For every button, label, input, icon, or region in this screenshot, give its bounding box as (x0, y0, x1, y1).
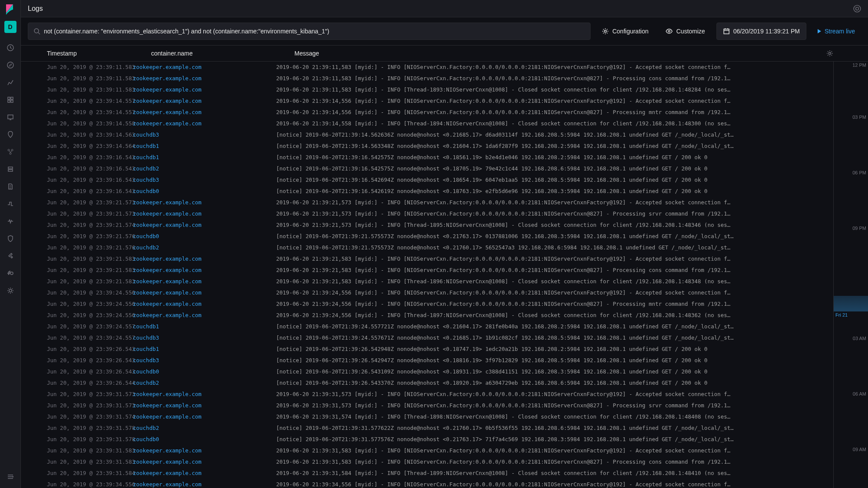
log-timestamp: Jun 20, 2019 @ 23:39:31.573 (29, 390, 133, 399)
columns-header: Timestamp container.name Message (21, 46, 868, 62)
space-selector[interactable]: D (4, 21, 17, 33)
visualize-icon[interactable] (4, 76, 17, 88)
customize-label: Customize (676, 28, 705, 35)
log-message: [notice] 2019-06-20T21:39:14.562636Z non… (276, 131, 825, 139)
log-row[interactable]: Jun 20, 2019 @ 23:39:26.543couchdb1[noti… (21, 344, 833, 355)
log-container: couchdb1 (133, 345, 276, 354)
search-input-wrap[interactable] (28, 23, 591, 40)
svg-point-16 (34, 29, 39, 33)
log-row[interactable]: Jun 20, 2019 @ 23:39:26.543couchdb3[noti… (21, 355, 833, 366)
log-container: zookeeper.example.com (133, 97, 276, 105)
minimap-tick: 06 PM (852, 170, 866, 175)
log-row[interactable]: Jun 20, 2019 @ 23:39:24.556zookeeper.exa… (21, 310, 833, 321)
log-container: zookeeper.example.com (133, 446, 276, 455)
log-row[interactable]: Jun 20, 2019 @ 23:39:21.574zookeeper.exa… (21, 219, 833, 231)
gear-icon (602, 28, 609, 35)
discover-icon[interactable] (4, 59, 17, 71)
log-row[interactable]: Jun 20, 2019 @ 23:39:31.584zookeeper.exa… (21, 468, 833, 479)
svg-point-9 (10, 153, 11, 154)
log-container: couchdb3 (133, 176, 276, 184)
log-row[interactable]: Jun 20, 2019 @ 23:39:24.557couchdb3[noti… (21, 332, 833, 344)
infrastructure-icon[interactable] (4, 163, 17, 175)
log-container: zookeeper.example.com (133, 413, 276, 421)
svg-point-17 (604, 30, 607, 33)
log-row[interactable]: Jun 20, 2019 @ 23:39:24.556zookeeper.exa… (21, 287, 833, 298)
log-row[interactable]: Jun 20, 2019 @ 23:39:21.583zookeeper.exa… (21, 276, 833, 287)
log-row[interactable]: Jun 20, 2019 @ 23:39:21.583zookeeper.exa… (21, 265, 833, 276)
apm-icon[interactable] (4, 198, 17, 210)
ml-icon[interactable] (4, 146, 17, 158)
stream-live-button[interactable]: Stream live (812, 23, 861, 40)
log-container: couchdb1 (133, 322, 276, 331)
search-icon (33, 28, 40, 35)
log-timestamp: Jun 20, 2019 @ 23:39:31.574 (29, 413, 133, 421)
svg-point-18 (668, 30, 670, 32)
log-row[interactable]: Jun 20, 2019 @ 23:39:31.578couchdb2[noti… (21, 422, 833, 434)
log-row[interactable]: Jun 20, 2019 @ 23:39:14.564couchdb1[noti… (21, 141, 833, 152)
log-row[interactable]: Jun 20, 2019 @ 23:39:16.543couchdb1[noti… (21, 152, 833, 163)
canvas-icon[interactable] (4, 111, 17, 123)
log-row[interactable]: Jun 20, 2019 @ 23:39:34.556zookeeper.exa… (21, 479, 833, 488)
log-container: zookeeper.example.com (133, 300, 276, 308)
log-row[interactable]: Jun 20, 2019 @ 23:39:11.583zookeeper.exa… (21, 73, 833, 84)
collapse-sidebar-icon[interactable] (4, 471, 17, 483)
kibana-logo-icon[interactable] (4, 3, 17, 16)
log-container: zookeeper.example.com (133, 277, 276, 286)
log-timestamp: Jun 20, 2019 @ 23:39:11.583 (29, 85, 133, 94)
news-icon[interactable] (853, 5, 861, 13)
log-row[interactable]: Jun 20, 2019 @ 23:39:11.583zookeeper.exa… (21, 84, 833, 95)
log-message: [notice] 2019-06-20T21:39:24.557671Z non… (276, 334, 825, 342)
date-picker-button[interactable]: 06/20/2019 11:39:21 PM (716, 23, 806, 40)
siem-icon[interactable] (4, 233, 17, 245)
recent-icon[interactable] (4, 42, 17, 54)
log-table[interactable]: Jun 20, 2019 @ 23:39:11.583zookeeper.exa… (21, 62, 833, 488)
log-row[interactable]: Jun 20, 2019 @ 23:39:16.543couchdb3[noti… (21, 174, 833, 186)
log-row[interactable]: Jun 20, 2019 @ 23:39:26.544couchdb2[noti… (21, 377, 833, 389)
log-row[interactable]: Jun 20, 2019 @ 23:39:11.583zookeeper.exa… (21, 62, 833, 73)
logs-icon[interactable] (4, 180, 17, 193)
log-row[interactable]: Jun 20, 2019 @ 23:39:14.563couchdb3[noti… (21, 129, 833, 141)
log-row[interactable]: Jun 20, 2019 @ 23:39:21.576couchdb2[noti… (21, 242, 833, 253)
play-icon (818, 29, 821, 33)
log-row[interactable]: Jun 20, 2019 @ 23:39:24.557couchdb1[noti… (21, 321, 833, 332)
log-container: couchdb2 (133, 379, 276, 387)
log-row[interactable]: Jun 20, 2019 @ 23:39:21.576couchdb0[noti… (21, 231, 833, 242)
log-timestamp: Jun 20, 2019 @ 23:39:24.557 (29, 334, 133, 342)
svg-rect-11 (8, 170, 13, 171)
log-row[interactable]: Jun 20, 2019 @ 23:39:21.573zookeeper.exa… (21, 208, 833, 219)
monitoring-icon[interactable] (4, 267, 17, 279)
log-container: zookeeper.example.com (133, 221, 276, 229)
log-row[interactable]: Jun 20, 2019 @ 23:39:21.573zookeeper.exa… (21, 197, 833, 208)
log-row[interactable]: Jun 20, 2019 @ 23:39:31.573zookeeper.exa… (21, 389, 833, 400)
log-row[interactable]: Jun 20, 2019 @ 23:39:14.558zookeeper.exa… (21, 118, 833, 129)
uptime-icon[interactable] (4, 215, 17, 227)
svg-point-12 (10, 272, 13, 275)
log-timestamp: Jun 20, 2019 @ 23:39:31.578 (29, 435, 133, 444)
customize-button[interactable]: Customize (660, 23, 711, 40)
columns-gear-icon[interactable] (826, 50, 833, 57)
log-row[interactable]: Jun 20, 2019 @ 23:39:14.557zookeeper.exa… (21, 107, 833, 118)
log-container: zookeeper.example.com (133, 390, 276, 399)
log-message: 2019-06-20 21:39:21,573 [myid:] - INFO [… (276, 198, 825, 207)
dev-tools-icon[interactable] (4, 250, 17, 262)
minimap[interactable]: Fri 21 12 PM03 PM06 PM09 PM03 AM06 AM09 … (833, 62, 868, 488)
log-message: 2019-06-20 21:39:31,573 [myid:] - INFO [… (276, 401, 825, 410)
log-row[interactable]: Jun 20, 2019 @ 23:39:16.543couchdb0[noti… (21, 186, 833, 197)
log-row[interactable]: Jun 20, 2019 @ 23:39:21.583zookeeper.exa… (21, 253, 833, 265)
log-container: couchdb0 (133, 435, 276, 444)
log-row[interactable]: Jun 20, 2019 @ 23:39:16.543couchdb2[noti… (21, 163, 833, 174)
dashboard-icon[interactable] (4, 94, 17, 106)
log-row[interactable]: Jun 20, 2019 @ 23:39:14.557zookeeper.exa… (21, 95, 833, 107)
configuration-button[interactable]: Configuration (596, 23, 654, 40)
log-row[interactable]: Jun 20, 2019 @ 23:39:31.583zookeeper.exa… (21, 445, 833, 456)
log-row[interactable]: Jun 20, 2019 @ 23:39:31.578couchdb0[noti… (21, 434, 833, 445)
search-input[interactable] (44, 28, 585, 35)
log-row[interactable]: Jun 20, 2019 @ 23:39:24.556zookeeper.exa… (21, 298, 833, 310)
log-row[interactable]: Jun 20, 2019 @ 23:39:31.583zookeeper.exa… (21, 456, 833, 468)
log-row[interactable]: Jun 20, 2019 @ 23:39:31.574zookeeper.exa… (21, 411, 833, 422)
management-icon[interactable] (4, 285, 17, 297)
log-row[interactable]: Jun 20, 2019 @ 23:39:31.573zookeeper.exa… (21, 400, 833, 411)
log-row[interactable]: Jun 20, 2019 @ 23:39:26.543couchdb0[noti… (21, 366, 833, 377)
maps-icon[interactable] (4, 128, 17, 141)
log-message: 2019-06-20 21:39:21,583 [myid:] - INFO [… (276, 266, 825, 275)
